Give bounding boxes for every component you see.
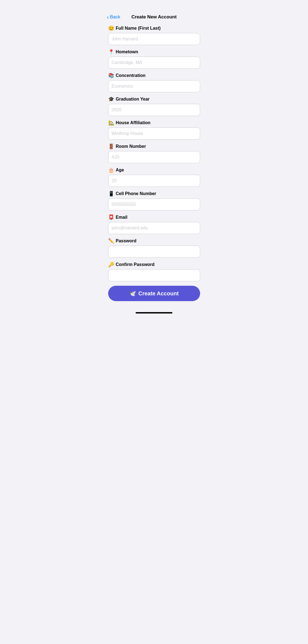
- emoji-room-number: 🚪: [108, 143, 114, 149]
- label-age: 🎂Age: [108, 167, 200, 173]
- label-text-room-number: Room Number: [116, 144, 146, 149]
- label-graduation-year: 🎓Graduation Year: [108, 96, 200, 102]
- label-password: ✏️Password: [108, 238, 200, 244]
- create-account-button-icon: 🕊️: [129, 290, 136, 297]
- emoji-full-name: 😊: [108, 25, 114, 31]
- home-indicator: [136, 312, 172, 313]
- label-email: 📮Email: [108, 214, 200, 220]
- label-house-affiliation: 🏡House Affiliation: [108, 120, 200, 126]
- emoji-cell-phone: 📱: [108, 191, 114, 197]
- nav-title: Create New Account: [131, 14, 177, 20]
- emoji-graduation-year: 🎓: [108, 96, 114, 102]
- input-graduation-year[interactable]: [108, 104, 200, 116]
- label-text-house-affiliation: House Affiliation: [116, 120, 151, 125]
- emoji-email: 📮: [108, 214, 114, 220]
- status-bar: [103, 0, 206, 12]
- emoji-password: ✏️: [108, 238, 114, 244]
- label-text-concentration: Concentration: [116, 73, 145, 78]
- field-group-password: ✏️Password: [108, 238, 200, 258]
- input-room-number[interactable]: [108, 151, 200, 163]
- emoji-age: 🎂: [108, 167, 114, 173]
- create-account-button-label: Create Account: [138, 290, 179, 297]
- input-age[interactable]: [108, 175, 200, 187]
- emoji-confirm-password: 🔑: [108, 262, 114, 268]
- input-confirm-password[interactable]: [108, 269, 200, 281]
- emoji-concentration: 📚: [108, 73, 114, 79]
- form-container: 😊Full Name (First Last)📍Hometown📚Concent…: [103, 22, 206, 310]
- label-text-graduation-year: Graduation Year: [116, 97, 150, 102]
- emoji-hometown: 📍: [108, 49, 114, 55]
- label-text-cell-phone: Cell Phone Number: [116, 191, 156, 196]
- label-text-age: Age: [116, 168, 124, 173]
- input-house-affiliation[interactable]: [108, 127, 200, 140]
- label-text-password: Password: [116, 238, 137, 243]
- label-text-full-name: Full Name (First Last): [116, 26, 161, 31]
- field-group-confirm-password: 🔑Confirm Password: [108, 262, 200, 281]
- field-group-house-affiliation: 🏡House Affiliation: [108, 120, 200, 140]
- label-full-name: 😊Full Name (First Last): [108, 25, 200, 31]
- field-group-room-number: 🚪Room Number: [108, 143, 200, 163]
- field-group-hometown: 📍Hometown: [108, 49, 200, 69]
- field-group-full-name: 😊Full Name (First Last): [108, 25, 200, 45]
- back-button[interactable]: ‹ Back: [107, 14, 120, 20]
- label-text-hometown: Hometown: [116, 49, 138, 54]
- field-group-cell-phone: 📱Cell Phone Number: [108, 191, 200, 210]
- input-full-name[interactable]: [108, 33, 200, 45]
- label-cell-phone: 📱Cell Phone Number: [108, 191, 200, 197]
- field-group-concentration: 📚Concentration: [108, 73, 200, 92]
- field-group-age: 🎂Age: [108, 167, 200, 187]
- label-text-email: Email: [116, 215, 128, 220]
- label-room-number: 🚪Room Number: [108, 143, 200, 149]
- input-hometown[interactable]: [108, 57, 200, 69]
- input-email[interactable]: [108, 222, 200, 234]
- label-concentration: 📚Concentration: [108, 73, 200, 79]
- emoji-house-affiliation: 🏡: [108, 120, 114, 126]
- input-concentration[interactable]: [108, 80, 200, 92]
- field-group-graduation-year: 🎓Graduation Year: [108, 96, 200, 116]
- create-account-button[interactable]: 🕊️Create Account: [108, 286, 200, 301]
- nav-bar: ‹ Back Create New Account: [103, 12, 206, 22]
- label-hometown: 📍Hometown: [108, 49, 200, 55]
- label-text-confirm-password: Confirm Password: [116, 262, 155, 267]
- back-label[interactable]: Back: [110, 14, 120, 20]
- back-chevron-icon: ‹: [107, 14, 109, 20]
- input-password[interactable]: [108, 246, 200, 258]
- label-confirm-password: 🔑Confirm Password: [108, 262, 200, 268]
- input-cell-phone[interactable]: [108, 198, 200, 210]
- field-group-email: 📮Email: [108, 214, 200, 234]
